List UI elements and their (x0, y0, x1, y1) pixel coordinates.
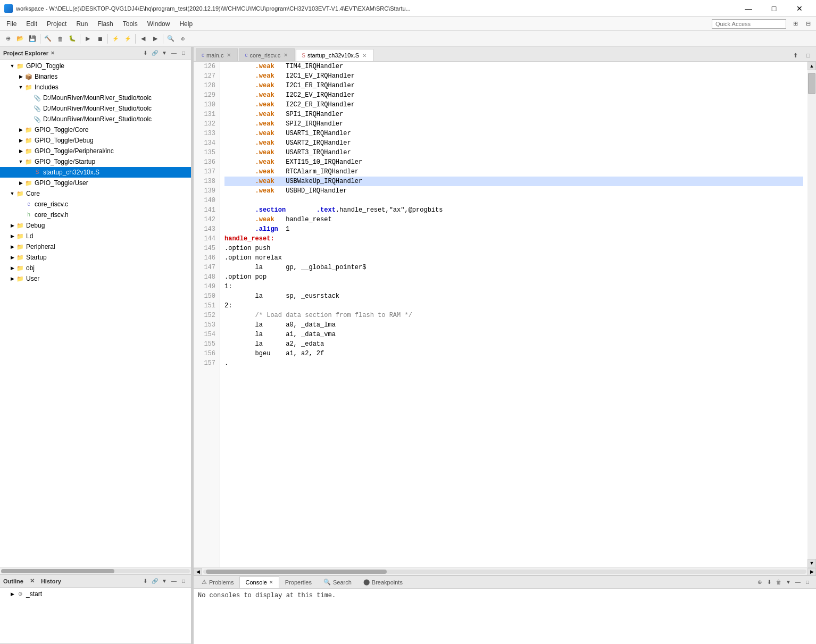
btab-console[interactable]: Console ✕ (239, 576, 279, 588)
code-area[interactable]: .weak TIM4_IRQHandler .weak I2C1_EV_IRQH… (220, 62, 807, 567)
tree-item-gpio-user[interactable]: ▶ 📁 GPIO_Toggle/User (0, 178, 191, 188)
console-scroll-btn[interactable]: ⬇ (765, 578, 773, 587)
outline-title: Outline (3, 578, 23, 584)
vscroll-up-btn[interactable]: ▲ (807, 62, 816, 70)
toolbar-perspective-btn[interactable]: ⊞ (789, 18, 801, 30)
outline-maximize-btn[interactable]: □ (179, 577, 188, 586)
tb-flash[interactable]: ⚡ (110, 33, 121, 45)
tb-run[interactable]: ▶ (82, 33, 94, 45)
tb-fwd[interactable]: ▶ (149, 33, 161, 45)
tree-item-inc2[interactable]: ▶ 📎 D:/MounRiver/MounRiver_Studio/toolc (0, 103, 191, 114)
tab-close-main-c[interactable]: ✕ (226, 52, 232, 58)
tree-item-gpio-core[interactable]: ▶ 📁 GPIO_Toggle/Core (0, 124, 191, 135)
tree-item-inc1[interactable]: ▶ 📎 D:/MounRiver/MounRiver_Studio/toolc (0, 93, 191, 103)
tb-new[interactable]: ⊕ (2, 33, 14, 45)
console-maximize-btn[interactable]: □ (803, 578, 812, 587)
menu-run[interactable]: Run (72, 18, 92, 30)
collapse-all-btn[interactable]: ⬇ (141, 49, 149, 57)
menu-project[interactable]: Project (43, 18, 71, 30)
maximize-view-btn[interactable]: □ (179, 49, 188, 57)
console-clear-btn[interactable]: 🗑 (775, 578, 783, 587)
code-line-129: .weak I2C2_EV_IRQHandler (224, 90, 803, 100)
vscroll-thumb[interactable] (808, 73, 815, 94)
outline-view-btn[interactable]: ▼ (160, 577, 169, 586)
tb-build[interactable]: 🔨 (42, 33, 54, 45)
tree-item-binaries[interactable]: ▶ 📦 Binaries (0, 71, 191, 82)
code-line-155: la a2, _edata (224, 339, 803, 349)
tree-item-obj[interactable]: ▶ 📁 obj (0, 263, 191, 273)
tree-item-gpio-toggle[interactable]: ▼ 📁 GPIO_Toggle (0, 61, 191, 71)
tree-item-debug[interactable]: ▶ 📁 Debug (0, 220, 191, 231)
tree-item-inc3[interactable]: ▶ 📎 D:/MounRiver/MounRiver_Studio/toolc (0, 114, 191, 124)
console-view-btn[interactable]: ▼ (784, 578, 793, 587)
code-line-135: .weak USART3_IRQHandler (224, 148, 803, 157)
maximize-editor-btn[interactable]: □ (802, 49, 814, 61)
tb-refs[interactable]: ⊕ (177, 33, 189, 45)
btab-breakpoints[interactable]: ⬤ Breakpoints (357, 576, 409, 588)
menu-window[interactable]: Window (143, 18, 174, 30)
maximize-button[interactable]: □ (762, 0, 786, 17)
tb-open[interactable]: 📂 (14, 33, 26, 45)
toolbar-perspective-btn2[interactable]: ⊟ (802, 18, 814, 30)
editor-hscroll[interactable]: ◀ ▶ (194, 567, 816, 575)
tree-item-core[interactable]: ▼ 📁 Core (0, 188, 191, 199)
outline-collapse-btn[interactable]: ⬇ (141, 577, 149, 586)
tree-item-core-riscv-h[interactable]: ▶ h core_riscv.h (0, 210, 191, 220)
tree-item-ld[interactable]: ▶ 📁 Ld (0, 231, 191, 241)
menu-edit[interactable]: Edit (22, 18, 41, 30)
view-menu-btn[interactable]: ▼ (160, 49, 169, 57)
tab-main-c[interactable]: c main.c ✕ (196, 48, 238, 61)
tab-close-core-riscv[interactable]: ✕ (282, 52, 289, 58)
tb-stop[interactable]: ⏹ (94, 33, 106, 45)
editor-hscroll-track[interactable] (203, 570, 806, 574)
menu-help[interactable]: Help (175, 18, 197, 30)
tree-item-startup[interactable]: ▶ 📁 Startup (0, 252, 191, 263)
btab-search[interactable]: 🔍 Search (318, 576, 357, 588)
code-line-140 (224, 196, 803, 205)
tab-close-startup-s[interactable]: ✕ (361, 52, 368, 58)
editor-hscroll-thumb[interactable] (206, 570, 387, 574)
outline-link-btn[interactable]: 🔗 (151, 577, 159, 586)
linenum-144: 144 (194, 234, 220, 244)
link-with-editor-btn[interactable]: 🔗 (151, 49, 159, 57)
code-line-132: .weak SPI2_IRQHandler (224, 119, 803, 129)
tree-item-gpio-peripheral[interactable]: ▶ 📁 GPIO_Toggle/Peripheral/inc (0, 146, 191, 156)
menu-flash[interactable]: Flash (93, 18, 117, 30)
vscroll-down-btn[interactable]: ▼ (807, 559, 816, 567)
console-new-btn[interactable]: ⊕ (755, 578, 764, 587)
tab-startup-s[interactable]: S startup_ch32v10x.S ✕ (296, 49, 373, 62)
history-tab[interactable]: History (41, 578, 61, 584)
vscroll-track[interactable] (807, 70, 816, 559)
tb-search[interactable]: 🔍 (165, 33, 177, 45)
tb-debug[interactable]: 🐛 (66, 33, 78, 45)
quick-access-input[interactable] (712, 19, 786, 29)
menu-tools[interactable]: Tools (119, 18, 142, 30)
hscroll-thumb[interactable] (1, 569, 114, 573)
console-minimize-btn[interactable]: — (794, 578, 802, 587)
tree-item-start[interactable]: ▶ ⊙ _start (0, 589, 191, 599)
menu-file[interactable]: File (2, 18, 21, 30)
left-hscroll[interactable] (0, 567, 191, 574)
minimize-view-btn[interactable]: — (170, 49, 178, 57)
tb-save[interactable]: 💾 (27, 33, 38, 45)
close-button[interactable]: ✕ (787, 0, 812, 17)
tree-item-startup-s[interactable]: ▶ S startup_ch32v10x.S (0, 167, 191, 178)
minimize-button[interactable]: — (736, 0, 761, 17)
hscroll-right-btn[interactable]: ▶ (807, 568, 816, 575)
tree-item-gpio-debug[interactable]: ▶ 📁 GPIO_Toggle/Debug (0, 135, 191, 146)
tree-item-peripheral[interactable]: ▶ 📁 Peripheral (0, 241, 191, 252)
hscroll-track[interactable] (1, 569, 190, 573)
tree-item-includes[interactable]: ▼ 📁 Includes (0, 82, 191, 93)
outline-minimize-btn[interactable]: — (170, 577, 178, 586)
tb-flash2[interactable]: ⚡ (122, 33, 134, 45)
tb-back[interactable]: ◀ (137, 33, 149, 45)
tree-item-user[interactable]: ▶ 📁 User (0, 273, 191, 284)
tree-item-gpio-startup[interactable]: ▼ 📁 GPIO_Toggle/Startup (0, 156, 191, 167)
btab-problems[interactable]: ⚠ Problems (196, 576, 239, 588)
hscroll-left-btn[interactable]: ◀ (194, 568, 202, 575)
view-menu-editor-btn[interactable]: ⬆ (789, 49, 801, 61)
btab-properties[interactable]: Properties (279, 576, 318, 588)
tab-core-riscv-c[interactable]: c core_riscv.c ✕ (239, 48, 295, 61)
tb-clean[interactable]: 🗑 (54, 33, 66, 45)
tree-item-core-riscv-c[interactable]: ▶ c core_riscv.c (0, 199, 191, 210)
